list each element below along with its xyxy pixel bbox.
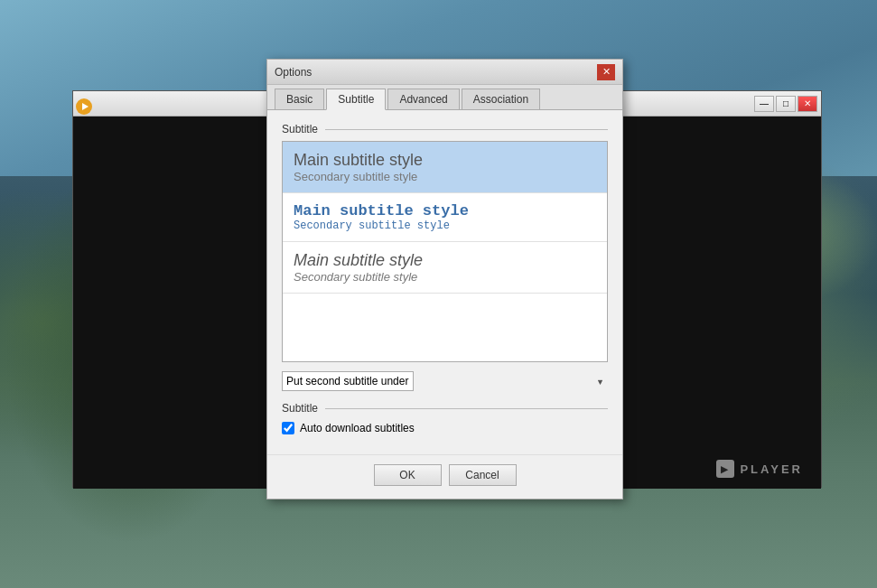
subtitle-style-item-3[interactable]: Main subtitle style Secondary subtitle s… — [283, 242, 607, 294]
style1-secondary-text: Secondary subtitle style — [294, 170, 596, 183]
style2-main-text: Main subtitle style — [294, 202, 596, 219]
auto-download-checkbox[interactable] — [282, 422, 294, 434]
tab-advanced[interactable]: Advanced — [387, 89, 459, 109]
tab-basic[interactable]: Basic — [275, 89, 324, 109]
cancel-button[interactable]: Cancel — [449, 464, 517, 486]
second-subtitle-dropdown[interactable]: Put second subtitle under Put second sub… — [282, 371, 414, 391]
ok-button[interactable]: OK — [374, 464, 442, 486]
style3-main-text: Main subtitle style — [294, 251, 596, 270]
tab-subtitle[interactable]: Subtitle — [326, 89, 386, 110]
second-subtitle-dropdown-row: Put second subtitle under Put second sub… — [282, 371, 608, 391]
auto-download-label: Auto download subtitles — [300, 422, 415, 434]
subtitle-style-item-1[interactable]: Main subtitle style Secondary subtitle s… — [283, 142, 607, 193]
subtitle-style-list[interactable]: Main subtitle style Secondary subtitle s… — [282, 141, 608, 362]
style1-main-text: Main subtitle style — [294, 151, 596, 170]
player-minimize-button[interactable]: — — [754, 96, 774, 112]
player-logo: ▶ PLAYER — [716, 460, 803, 478]
dialog-titlebar: Options ✕ — [267, 60, 622, 85]
subtitle-section-label: Subtitle — [282, 123, 608, 135]
second-subtitle-dropdown-wrapper: Put second subtitle under Put second sub… — [282, 371, 608, 391]
dialog-title: Options — [275, 66, 312, 79]
player-close-button[interactable]: ✕ — [798, 96, 817, 112]
auto-subtitle-section-label: Subtitle — [282, 402, 608, 415]
dialog-content: Subtitle Main subtitle style Secondary s… — [267, 110, 622, 454]
player-maximize-button[interactable]: □ — [776, 96, 796, 112]
options-dialog: Options ✕ Basic Subtitle Advanced Associ… — [266, 59, 623, 499]
tab-association[interactable]: Association — [462, 89, 540, 109]
dialog-button-row: OK Cancel — [267, 454, 622, 499]
dialog-close-button[interactable]: ✕ — [597, 64, 615, 80]
style3-secondary-text: Secondary subtitle style — [294, 270, 596, 284]
subtitle-style-item-2[interactable]: Main subtitle style Secondary subtitle s… — [283, 193, 607, 242]
player-logo-icon: ▶ — [716, 460, 734, 478]
tab-bar: Basic Subtitle Advanced Association — [267, 85, 622, 110]
app-icon — [75, 98, 93, 116]
auto-download-checkbox-row: Auto download subtitles — [282, 422, 608, 434]
style2-secondary-text: Secondary subtitle style — [294, 219, 596, 232]
dropdown-arrow-icon: ▾ — [598, 377, 602, 387]
